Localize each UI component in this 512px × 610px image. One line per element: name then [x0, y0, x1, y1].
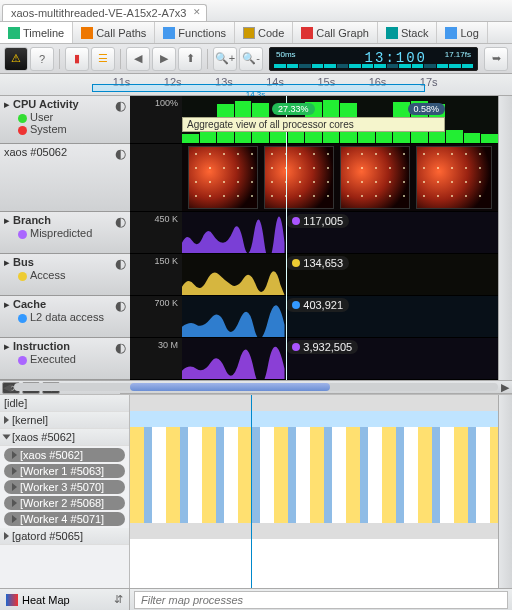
callpaths-icon: [81, 27, 93, 39]
scale-label: 450 K: [130, 212, 182, 254]
chart-cpu[interactable]: 27.33% 0.58% Aggregate view of all proce…: [182, 96, 498, 144]
zoom-out-button[interactable]: 🔍-: [239, 47, 263, 71]
chart-instruction[interactable]: 3,932,505: [182, 338, 498, 380]
time-display: 50ms 13:100 17.17fs: [269, 47, 478, 71]
chart-cache[interactable]: 403,921: [182, 296, 498, 338]
tab-functions[interactable]: Functions: [155, 22, 235, 43]
chart-thumbnails[interactable]: [182, 144, 498, 212]
row-header-instr[interactable]: ▸ Instruction◐Executed: [0, 338, 130, 380]
tab-label: Stack: [401, 27, 429, 39]
scroll-right-arrow[interactable]: ▶: [498, 381, 512, 393]
document-tab-bar: xaos-multithreaded-VE-A15x2-A7x3: [0, 0, 512, 22]
marker-value: 117,005: [303, 215, 343, 227]
tree-row[interactable]: [Worker 1 #5063]: [4, 464, 125, 478]
row-header-cache[interactable]: ▸ Cache◐L2 data access: [0, 296, 130, 338]
marker-value: 403,921: [303, 299, 343, 311]
tooltip: Aggregate view of all processor cores: [182, 117, 445, 132]
scale-label: 100%: [130, 96, 182, 144]
tab-stack[interactable]: Stack: [378, 22, 438, 43]
hazard-icon[interactable]: ⚠: [4, 47, 28, 71]
timeline-panels: ▸ CPU Activity◐ User System xaos #05062◐…: [0, 96, 512, 380]
export-button[interactable]: ➥: [484, 47, 508, 71]
tree-row[interactable]: [idle]: [0, 395, 129, 412]
tab-label: Timeline: [23, 27, 64, 39]
scroll-left-arrow[interactable]: ◀: [0, 381, 14, 393]
tab-code[interactable]: Code: [235, 22, 293, 43]
marker-value: 134,653: [303, 257, 343, 269]
row-header-branch[interactable]: ▸ Branch◐Mispredicted: [0, 212, 130, 254]
time-ruler[interactable]: 11s 12s 13s 14s 15s 16s 17s 14.3s: [0, 74, 512, 96]
tab-label: Log: [460, 27, 478, 39]
scale-label: [130, 144, 182, 212]
tree-row[interactable]: [Worker 2 #5068]: [4, 496, 125, 510]
code-icon: [243, 27, 255, 39]
tab-callpaths[interactable]: Call Paths: [73, 22, 155, 43]
functions-icon: [163, 27, 175, 39]
row-header-bus[interactable]: ▸ Bus◐Access: [0, 254, 130, 296]
marker-pill: 0.58%: [408, 103, 446, 115]
stack-icon: [386, 27, 398, 39]
vertical-scrollbar-2[interactable]: [498, 395, 512, 588]
scale-label: 30 M: [130, 338, 182, 380]
tab-label: Call Graph: [316, 27, 369, 39]
tab-label: Functions: [178, 27, 226, 39]
view-tabs: Timeline Call Paths Functions Code Call …: [0, 22, 512, 44]
playhead[interactable]: [286, 96, 287, 380]
marker-value: 3,932,505: [303, 341, 352, 353]
process-map: [idle] [kernel] [xaos #5062] [xaos #5062…: [0, 394, 512, 588]
tree-row[interactable]: [Worker 3 #5070]: [4, 480, 125, 494]
filter-button[interactable]: ☰: [91, 47, 115, 71]
vertical-scrollbar[interactable]: [498, 96, 512, 380]
bookmark-button[interactable]: ▮: [65, 47, 89, 71]
lcd-left: 50ms: [276, 50, 296, 59]
nav-next-button[interactable]: ▶: [152, 47, 176, 71]
footer-bar: Heat Map ⇵: [0, 588, 512, 610]
tab-label: Code: [258, 27, 284, 39]
filter-input[interactable]: [134, 591, 508, 609]
tab-callgraph[interactable]: Call Graph: [293, 22, 378, 43]
heat-map-canvas[interactable]: [130, 395, 498, 588]
scroll-thumb[interactable]: [130, 383, 330, 391]
help-button[interactable]: ?: [30, 47, 54, 71]
row-header-cpu[interactable]: ▸ CPU Activity◐ User System: [0, 96, 130, 144]
document-tab[interactable]: xaos-multithreaded-VE-A15x2-A7x3: [2, 4, 207, 21]
zoom-in-button[interactable]: 🔍+: [213, 47, 237, 71]
heatmap-icon: [6, 594, 18, 606]
log-icon: [445, 27, 457, 39]
timeline-icon: [8, 27, 20, 39]
tree-row[interactable]: [gatord #5065]: [0, 528, 129, 545]
tree-row[interactable]: [xaos #5062]: [0, 429, 129, 446]
tree-row[interactable]: [kernel]: [0, 412, 129, 429]
callgraph-icon: [301, 27, 313, 39]
view-mode-label: Heat Map: [22, 594, 70, 606]
tab-label: Call Paths: [96, 27, 146, 39]
tab-log[interactable]: Log: [437, 22, 487, 43]
nav-prev-button[interactable]: ◀: [126, 47, 150, 71]
horizontal-scrollbar[interactable]: ⟲ ↯ ⚙ ◀ ▶: [0, 380, 512, 394]
tree-row[interactable]: [Worker 4 #5071]: [4, 512, 125, 526]
chart-branch[interactable]: 117,005: [182, 212, 498, 254]
process-tree[interactable]: [idle] [kernel] [xaos #5062] [xaos #5062…: [0, 395, 130, 588]
marker-pill: 27.33%: [272, 103, 315, 115]
chart-bus[interactable]: 134,653: [182, 254, 498, 296]
lcd-right: 17.17fs: [445, 50, 471, 59]
view-mode-selector[interactable]: Heat Map ⇵: [0, 589, 130, 610]
tree-row[interactable]: [xaos #5062]: [4, 448, 125, 462]
tab-timeline[interactable]: Timeline: [0, 22, 73, 43]
nav-up-button[interactable]: ⬆: [178, 47, 202, 71]
toolbar: ⚠ ? ▮ ☰ ◀ ▶ ⬆ 🔍+ 🔍- 50ms 13:100 17.17fs …: [0, 44, 512, 74]
scale-label: 700 K: [130, 296, 182, 338]
row-header-process[interactable]: xaos #05062◐: [0, 144, 130, 212]
scale-label: 150 K: [130, 254, 182, 296]
